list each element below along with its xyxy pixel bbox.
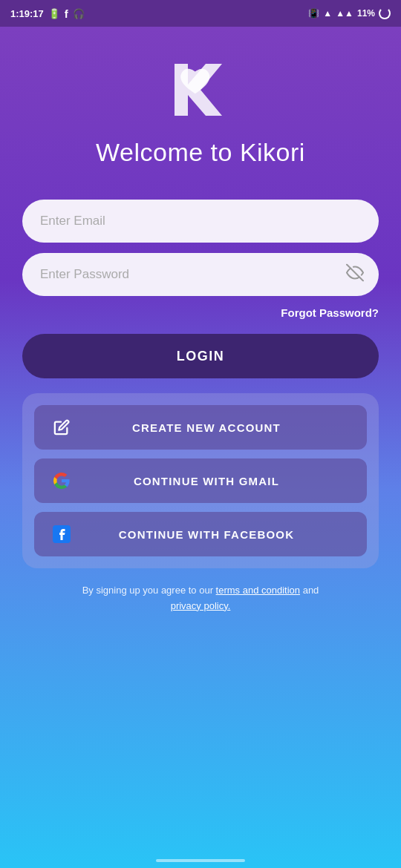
time-display: 1:19:17 [10,8,44,19]
continue-gmail-label: CONTINUE WITH GMAIL [86,475,327,487]
email-input[interactable] [22,200,379,243]
continue-gmail-button[interactable]: CONTINUE WITH GMAIL [34,458,367,503]
edit-icon [49,415,74,440]
status-right: 📳 ▲ ▲▲ 11% [308,7,391,19]
fb-notification-icon: f [65,7,68,20]
continue-facebook-label: CONTINUE WITH FACEBOOK [86,528,327,541]
terms-container: By signing up you agree to our terms and… [82,583,319,614]
facebook-icon [49,522,74,547]
wifi-icon: ▲ [323,8,332,19]
create-account-button[interactable]: CREATE NEW ACCOUNT [34,405,367,450]
logo-container: Welcome to Kikori [96,49,305,185]
terms-conjunction: and [300,585,319,596]
loading-icon [379,7,391,19]
app-logo [160,49,241,131]
home-indicator [156,859,245,862]
signal-icon: ▲▲ [336,8,353,19]
privacy-link[interactable]: privacy policy. [171,600,231,611]
status-bar: 1:19:17 🔋 f 🎧 📳 ▲ ▲▲ 11% [0,0,401,27]
google-icon [49,468,74,493]
status-left: 1:19:17 🔋 f 🎧 [10,7,85,20]
social-buttons-container: CREATE NEW ACCOUNT CONTINUE WITH GMAIL [22,393,379,568]
terms-link[interactable]: terms and condition [216,585,300,596]
password-container [22,253,379,296]
battery-icon: 🔋 [48,8,60,19]
continue-facebook-button[interactable]: CONTINUE WITH FACEBOOK [34,512,367,556]
vibrate-icon: 📳 [308,8,319,19]
login-button[interactable]: LOGIN [22,334,379,378]
main-container: Welcome to Kikori Forgot Password? LOGIN [0,27,401,868]
create-account-label: CREATE NEW ACCOUNT [86,421,327,434]
headphone-icon: 🎧 [73,8,85,19]
app-title: Welcome to Kikori [96,138,305,167]
battery-percent: 11% [357,8,375,19]
password-input[interactable] [22,253,379,296]
toggle-password-icon[interactable] [346,264,364,286]
forgot-password-link[interactable]: Forgot Password? [281,306,379,319]
terms-prefix: By signing up you agree to our [82,585,216,596]
